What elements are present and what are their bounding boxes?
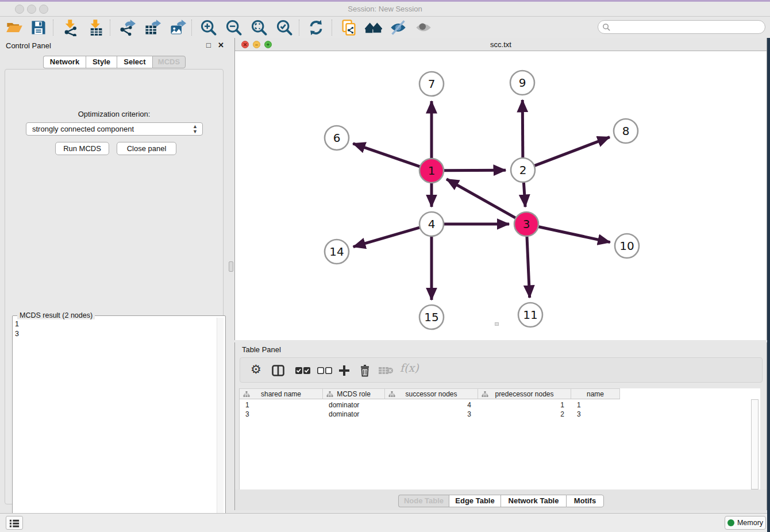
column-header-MCDS-role[interactable]: MCDS role [323,388,385,399]
column-header-predecessor-nodes[interactable]: predecessor nodes [478,388,571,399]
column-header-name[interactable]: name [571,388,620,399]
tab-select[interactable]: Select [117,56,152,68]
node-10[interactable]: 10 [615,234,639,258]
edge-4-14[interactable] [353,228,420,247]
duplicate-network-view-icon[interactable] [340,19,357,36]
search-input[interactable] [598,20,765,34]
node-8[interactable]: 8 [614,119,638,143]
network-titlebar[interactable]: ✕ − + scc.txt [235,38,767,51]
column-header-shared-name[interactable]: shared name [240,388,323,399]
export-table-icon[interactable] [144,19,161,36]
table-cell[interactable]: 3 [240,410,323,419]
result-line: 3 [15,329,19,339]
edge-2-8[interactable] [534,137,610,166]
optimization-criterion-label: Optimization criterion: [5,110,223,118]
refresh-view-icon[interactable] [307,19,325,36]
zoom-fit-content-icon[interactable] [251,19,268,36]
main-titlebar[interactable]: Session: New Session [0,2,770,17]
deselect-all-checkboxes-icon[interactable] [317,364,333,377]
table-cell[interactable]: 4 [385,400,478,410]
node-3[interactable]: 3 [514,212,538,236]
column-header-successor-nodes[interactable]: successor nodes [385,388,478,399]
edge-1-6[interactable] [353,144,420,167]
import-table-file-icon[interactable] [87,19,105,36]
result-scrollbar[interactable] [217,318,224,529]
node-2[interactable]: 2 [511,158,535,182]
tab-network-table[interactable]: Network Table [500,495,566,507]
network-view-title: scc.txt [235,40,767,49]
network-resize-handle[interactable] [495,322,499,326]
tab-motifs[interactable]: Motifs [566,495,604,507]
node-label: 3 [523,217,530,231]
column-header-label: name [587,390,604,398]
node-11[interactable]: 11 [518,303,542,327]
tab-node-table[interactable]: Node Table [398,495,449,507]
node-15[interactable]: 15 [419,305,444,329]
table-cell[interactable]: 3 [385,410,478,419]
open-file-icon[interactable] [6,19,23,36]
tab-network[interactable]: Network [43,56,86,68]
save-session-icon[interactable] [30,19,47,36]
edge-3-11[interactable] [527,236,530,298]
node-9[interactable]: 9 [510,71,534,95]
table-cell[interactable]: dominator [323,400,385,410]
tab-style[interactable]: Style [86,56,117,68]
table-scrollbar[interactable] [751,399,759,489]
dropdown-value: strongly connected component [32,125,134,133]
vertical-splitter[interactable] [228,38,234,510]
hide-selected-icon[interactable] [390,19,407,36]
edge-3-10[interactable] [538,226,610,242]
table-cell[interactable]: 1 [571,400,620,410]
node-label: 15 [424,310,438,324]
edge-2-9[interactable] [522,100,523,158]
node-7[interactable]: 7 [419,72,444,96]
memory-button[interactable]: Memory [725,516,766,530]
network-graph-canvas[interactable]: 7968124314101511 [235,51,767,340]
close-panel-button[interactable]: Close panel [117,142,176,155]
mcds-result-text[interactable]: 13 [15,319,19,339]
show-all-icon[interactable] [415,19,432,36]
delete-columns-icon[interactable] [359,364,371,377]
toolbar-separator [191,20,192,36]
table-cell[interactable]: 2 [478,410,571,419]
mcds-result-group: MCDS result (2 nodes) 13 [12,315,226,532]
status-bar: Memory [0,513,770,532]
function-builder-icon[interactable]: f(x) [400,361,419,375]
add-column-icon[interactable] [338,364,351,377]
table-cell[interactable]: dominator [323,410,385,419]
close-panel-icon[interactable]: ✕ [218,41,224,49]
float-panel-icon[interactable]: □ [206,41,211,49]
toggle-column-view-icon[interactable] [272,364,284,377]
tab-edge-table[interactable]: Edge Table [449,495,500,507]
node-4[interactable]: 4 [419,212,444,236]
export-network-icon[interactable] [118,19,136,36]
table-cell[interactable]: 1 [478,400,571,410]
zoom-in-icon[interactable] [200,19,217,36]
sort-hierarchy-icon [482,391,488,398]
zoom-out-icon[interactable] [225,19,242,36]
task-history-button[interactable] [6,516,23,530]
delete-table-icon[interactable] [378,364,394,377]
tab-mcds[interactable]: MCDS [152,56,186,68]
sort-hierarchy-icon [326,391,333,398]
node-14[interactable]: 14 [325,240,349,264]
select-all-checkboxes-icon[interactable] [295,364,311,377]
edge-2-3[interactable] [523,182,525,207]
memory-label: Memory [737,519,763,527]
zoom-selected-icon[interactable] [276,19,293,36]
table-cell[interactable]: 3 [571,410,620,419]
import-network-file-icon[interactable] [62,19,79,36]
export-image-icon[interactable] [169,19,186,36]
table-cell[interactable]: 1 [240,400,323,410]
apply-preferred-layout-icon[interactable] [365,19,382,36]
mcds-panel-body: Optimization criterion: strongly connect… [5,69,224,504]
optimization-criterion-dropdown[interactable]: strongly connected component ▲▼ [26,122,203,136]
edge-1-2[interactable] [444,170,506,171]
node-1[interactable]: 1 [419,159,444,183]
edge-3-1[interactable] [446,179,516,218]
node-label: 11 [523,308,537,322]
node-6[interactable]: 6 [325,126,349,150]
splitter-handle[interactable] [229,261,233,272]
run-mcds-button[interactable]: Run MCDS [55,142,109,155]
settings-gear-icon[interactable]: ⚙ [251,363,261,376]
